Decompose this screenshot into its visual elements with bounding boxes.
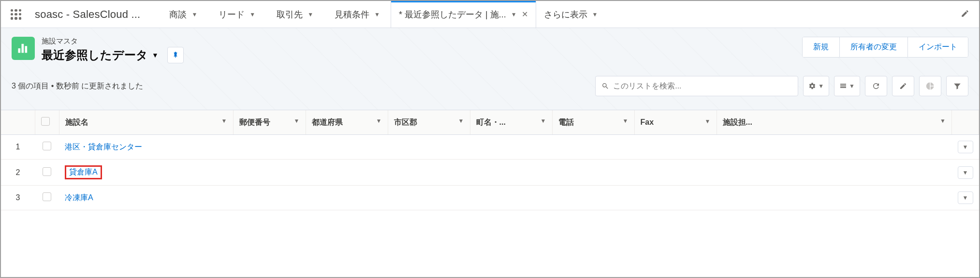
- chevron-down-icon[interactable]: ▼: [511, 11, 517, 18]
- col-name[interactable]: 施設名▼: [59, 110, 233, 135]
- table-row: 2貸倉庫A▼: [1, 160, 979, 186]
- row-number: 2: [1, 160, 35, 186]
- row-action-menu[interactable]: ▼: [958, 191, 973, 204]
- change-owner-button[interactable]: 所有者の変更: [840, 37, 908, 57]
- display-as-button[interactable]: ▼: [834, 76, 860, 96]
- cell-name: 冷凍庫A: [59, 186, 233, 210]
- pin-icon[interactable]: [167, 47, 184, 63]
- col-rownum: [1, 110, 35, 135]
- cell-phone: [552, 186, 634, 210]
- row-select[interactable]: [35, 160, 59, 186]
- chevron-down-icon[interactable]: ▼: [249, 11, 255, 18]
- chevron-down-icon[interactable]: ▼: [221, 117, 227, 124]
- nav-more[interactable]: さらに表示 ▼: [536, 9, 606, 20]
- record-link[interactable]: 貸倉庫A: [69, 168, 98, 176]
- nav-item-lead[interactable]: リード ▼: [208, 1, 266, 28]
- inline-edit-button[interactable]: [892, 76, 914, 96]
- cell-prefecture: [306, 186, 388, 210]
- nav-item-quote-terms[interactable]: 見積条件 ▼: [324, 1, 391, 28]
- chevron-down-icon[interactable]: ▼: [940, 117, 946, 124]
- table-row: 1港区・貸倉庫センター▼: [1, 135, 979, 160]
- edit-nav-icon[interactable]: [956, 9, 974, 19]
- nav-item-account[interactable]: 取引先 ▼: [266, 1, 324, 28]
- chevron-down-icon[interactable]: ▼: [376, 117, 382, 124]
- nav-label: 見積条件: [335, 9, 369, 20]
- chevron-down-icon[interactable]: ▼: [374, 11, 380, 18]
- cell-contact: [717, 135, 952, 160]
- nav-label: 商談: [169, 9, 187, 20]
- cell-postal: [233, 160, 306, 186]
- cell-city: [388, 135, 470, 160]
- cell-town: [470, 135, 552, 160]
- col-contact[interactable]: 施設担...▼: [717, 110, 952, 135]
- cell-name: 港区・貸倉庫センター: [59, 135, 233, 160]
- refresh-button[interactable]: [865, 76, 887, 96]
- chevron-down-icon[interactable]: ▼: [705, 118, 711, 125]
- col-phone[interactable]: 電話▼: [552, 110, 634, 135]
- record-link[interactable]: 冷凍庫A: [65, 193, 93, 202]
- checkbox[interactable]: [43, 142, 51, 150]
- page-header: 施設マスタ 最近参照したデータ ▼ 新規 所有者の変更 インポート 3 個の項目…: [1, 28, 979, 110]
- row-action-menu[interactable]: ▼: [958, 141, 973, 153]
- cell-fax: [634, 135, 717, 160]
- list-search-input[interactable]: [613, 82, 792, 90]
- list-settings-button[interactable]: ▼: [803, 76, 829, 96]
- filter-button[interactable]: [946, 76, 968, 96]
- import-button[interactable]: インポート: [908, 37, 968, 57]
- list-meta: 3 個の項目 • 数秒前 に更新されました: [12, 81, 143, 91]
- chevron-down-icon[interactable]: ▼: [623, 117, 629, 124]
- col-prefecture[interactable]: 都道府県▼: [306, 110, 388, 135]
- global-nav: soasc - SalesCloud ... 商談 ▼ リード ▼ 取引先 ▼ …: [1, 1, 979, 28]
- cell-town: [470, 186, 552, 210]
- cell-actions: ▼: [952, 186, 979, 210]
- search-icon: [601, 82, 609, 90]
- new-button[interactable]: 新規: [803, 37, 840, 57]
- chart-button[interactable]: [919, 76, 941, 96]
- cell-postal: [233, 135, 306, 160]
- record-link[interactable]: 港区・貸倉庫センター: [65, 143, 142, 151]
- data-table: 施設名▼ 郵便番号▼ 都道府県▼ 市区郡▼ 町名・...▼ 電話▼ Fax▼ 施…: [1, 110, 979, 210]
- app-name: soasc - SalesCloud ...: [35, 8, 140, 21]
- app-launcher-icon[interactable]: [6, 4, 26, 25]
- col-postal[interactable]: 郵便番号▼: [233, 110, 306, 135]
- chevron-down-icon[interactable]: ▼: [294, 117, 300, 124]
- row-select[interactable]: [35, 135, 59, 160]
- list-search[interactable]: [595, 76, 798, 96]
- list-view-dropdown-icon[interactable]: ▼: [152, 51, 159, 59]
- table-row: 3冷凍庫A▼: [1, 186, 979, 210]
- chevron-down-icon: ▼: [818, 83, 824, 89]
- nav-item-opportunity[interactable]: 商談 ▼: [159, 1, 208, 28]
- chevron-down-icon[interactable]: ▼: [307, 11, 313, 18]
- close-icon[interactable]: ✕: [522, 10, 528, 19]
- cell-contact: [717, 160, 952, 186]
- object-label: 施設マスタ: [42, 37, 184, 46]
- checkbox[interactable]: [43, 167, 51, 176]
- col-select-all[interactable]: [35, 110, 59, 135]
- chevron-down-icon[interactable]: ▼: [458, 117, 464, 124]
- col-town[interactable]: 町名・...▼: [470, 110, 552, 135]
- chevron-down-icon[interactable]: ▼: [191, 11, 197, 18]
- chevron-down-icon[interactable]: ▼: [592, 11, 598, 18]
- cell-actions: ▼: [952, 135, 979, 160]
- row-number: 1: [1, 135, 35, 160]
- row-action-menu[interactable]: ▼: [958, 166, 973, 179]
- cell-city: [388, 160, 470, 186]
- nav-items: 商談 ▼ リード ▼ 取引先 ▼ 見積条件 ▼ * 最近参照したデータ | 施.…: [159, 1, 605, 28]
- col-fax[interactable]: Fax▼: [634, 110, 717, 135]
- nav-tab-active[interactable]: * 最近参照したデータ | 施... ▼ ✕: [391, 1, 536, 28]
- cell-prefecture: [306, 135, 388, 160]
- chevron-down-icon[interactable]: ▼: [541, 117, 546, 124]
- col-city[interactable]: 市区郡▼: [388, 110, 470, 135]
- cell-town: [470, 160, 552, 186]
- cell-name: 貸倉庫A: [59, 160, 233, 186]
- list-view-title[interactable]: 最近参照したデータ: [42, 47, 148, 63]
- checkbox[interactable]: [41, 117, 50, 126]
- checkbox[interactable]: [43, 192, 51, 201]
- cell-actions: ▼: [952, 160, 979, 186]
- cell-fax: [634, 160, 717, 186]
- nav-more-label: さらに表示: [544, 9, 587, 20]
- chevron-down-icon: ▼: [849, 83, 855, 89]
- row-select[interactable]: [35, 186, 59, 210]
- cell-prefecture: [306, 160, 388, 186]
- col-actions: [952, 110, 979, 135]
